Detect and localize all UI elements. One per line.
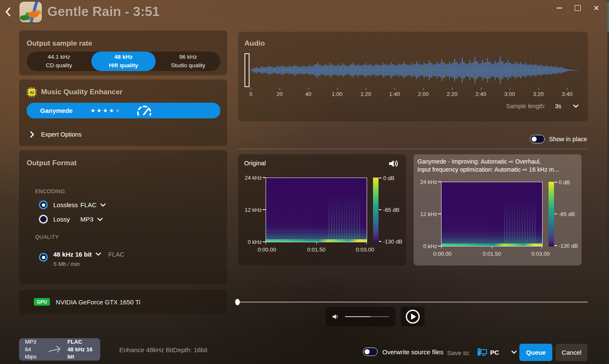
time-tickmark — [366, 88, 366, 90]
model-name: Ganymede — [40, 107, 73, 114]
original-spectrogram-panel[interactable]: Original 24 kHz 12 kHz 0 kHz 0 dB -65 dB… — [238, 154, 406, 265]
star-icon: ★ — [103, 107, 108, 114]
target-detail: 48 kHz 16 bit — [67, 346, 100, 361]
sample-selection-marker[interactable] — [244, 53, 250, 87]
y-tick-label: 24 kHz — [241, 175, 262, 181]
seek-slider[interactable] — [235, 299, 588, 305]
target-format: FLAC — [67, 338, 100, 346]
sample-rate-option-96[interactable]: 96 kHz Studio quality — [156, 52, 220, 71]
quality-value: 48 kHz 16 bit — [53, 251, 92, 258]
option-label: CD quality — [46, 61, 72, 70]
play-button[interactable] — [401, 307, 425, 326]
db-tick-label: -130 dB — [559, 243, 578, 249]
window-controls: ✕ — [550, 0, 606, 17]
time-tickmark — [452, 88, 453, 90]
preview-audio-button[interactable] — [388, 159, 398, 170]
speaker-icon — [388, 159, 398, 168]
gauge-icon — [136, 105, 153, 116]
star-icon: ★ — [109, 107, 115, 114]
quality-radio[interactable] — [39, 253, 48, 262]
time-tick-label: 3:40 — [562, 91, 572, 97]
waveform[interactable] — [244, 53, 579, 87]
time-tickmark — [567, 88, 568, 90]
x-tick-label: 0:03.00 — [356, 246, 374, 253]
expert-options-label: Expert Options — [41, 131, 82, 138]
scrollbar-thumb[interactable] — [607, 2, 609, 32]
sample-rate-option-48[interactable]: 48 kHz Hifi quality — [91, 52, 156, 71]
lossy-radio[interactable] — [39, 215, 48, 224]
enhanced-spectrogram-panel[interactable]: Ganymede - Improving: Automatic ⇨ Overha… — [414, 154, 582, 265]
option-value: 96 kHz — [179, 53, 197, 61]
overwrite-toggle[interactable] — [363, 348, 378, 356]
sample-length-dropdown[interactable]: Sample length: 3s — [506, 103, 579, 109]
lossless-codec-value: FLAC — [80, 201, 96, 208]
model-select-button[interactable]: Ganymede ★★★★★ — [27, 103, 220, 118]
cancel-button[interactable]: Cancel — [556, 344, 587, 361]
quality-codec: FLAC — [108, 251, 124, 258]
seek-thumb[interactable] — [235, 299, 240, 305]
minimize-icon — [557, 8, 562, 8]
option-label: Hifi quality — [109, 61, 138, 70]
lossy-codec-value: MP3 — [80, 216, 93, 223]
option-label: Studio quality — [171, 61, 205, 70]
chevron-down-icon — [100, 203, 106, 207]
arrow-right-icon — [48, 345, 63, 354]
expert-options-expander[interactable]: Expert Options — [30, 131, 82, 138]
db-tick-label: -65 dB — [559, 211, 575, 217]
star-icon: ★ — [115, 107, 121, 114]
y-tick-label: 0 kHz — [241, 239, 262, 245]
album-art — [19, 2, 42, 22]
time-tick-label: 2:40 — [475, 91, 486, 97]
time-tick-label: 3:20 — [533, 91, 543, 97]
x-tick-label: 0:00.00 — [433, 251, 451, 257]
time-tick-label: 40 — [305, 91, 311, 97]
queue-button[interactable]: Queue — [519, 344, 552, 361]
original-spectrogram — [266, 178, 367, 242]
show-in-place-label: Show in place — [549, 136, 587, 142]
enhanced-title-line1: Ganymede - Improving: Automatic ⇨ Overha… — [417, 158, 559, 166]
chevron-down-icon — [97, 218, 103, 222]
output-sample-rate-panel: Output sample rate 44.1 kHz CD quality 4… — [19, 30, 227, 75]
lossy-codec-dropdown[interactable] — [97, 216, 103, 223]
y-tick-label: 12 kHz — [417, 211, 437, 217]
time-tick-label: 2:00 — [418, 91, 428, 97]
time-tick-label: 0 — [249, 91, 252, 97]
seek-track[interactable] — [235, 301, 588, 303]
save-to-label: Save to: — [447, 349, 470, 356]
chevron-down-icon — [96, 252, 101, 256]
chevron-down-icon — [511, 350, 517, 354]
time-axis: 020401:001:201:402:002:202:403:003:203:4… — [244, 87, 579, 100]
volume-slider[interactable] — [345, 316, 389, 317]
enhanced-title: Ganymede - Improving: Automatic ⇨ Overha… — [417, 158, 559, 174]
back-button[interactable] — [3, 6, 13, 18]
sample-rate-option-44[interactable]: 44.1 kHz CD quality — [27, 52, 91, 71]
volume-icon — [332, 313, 339, 320]
chevron-right-icon — [30, 131, 34, 138]
time-tickmark — [337, 88, 337, 90]
enhancer-heading: Music Quality Enhancer — [41, 88, 123, 96]
show-in-place-toggle[interactable] — [530, 135, 545, 143]
minimize-button[interactable] — [550, 0, 568, 16]
model-rating-stars: ★★★★★ — [91, 107, 121, 114]
star-icon: ★ — [96, 107, 102, 114]
enhance-summary: Enhance 48kHz BitDepth: 16bit — [119, 346, 207, 353]
back-chevron-icon — [5, 7, 11, 16]
maximize-button[interactable] — [568, 0, 587, 16]
close-button[interactable]: ✕ — [587, 0, 606, 16]
option-value: 44.1 kHz — [48, 53, 70, 61]
x-tick-label: 0:01.50 — [307, 246, 325, 253]
volume-control[interactable] — [326, 307, 395, 326]
lossless-radio[interactable] — [39, 200, 48, 209]
bitrate-note: 5 Mb / min — [53, 261, 124, 267]
scrollbar[interactable] — [607, 0, 609, 364]
lossless-codec-dropdown[interactable] — [100, 201, 106, 209]
gpu-panel: GPU NVIDIA GeForce GTX 1650 Ti — [19, 290, 227, 314]
time-tick-label: 1:40 — [389, 91, 400, 97]
x-tick-label: 0:00.00 — [258, 246, 276, 253]
db-tick-label: -65 dB — [383, 207, 399, 213]
spectrogram-fundamental-line — [266, 239, 367, 242]
quality-dropdown[interactable] — [96, 250, 101, 258]
destination-dropdown[interactable]: PC — [477, 346, 517, 359]
show-in-place-row: Show in place — [530, 135, 587, 143]
y-tick-label: 12 kHz — [241, 207, 262, 213]
